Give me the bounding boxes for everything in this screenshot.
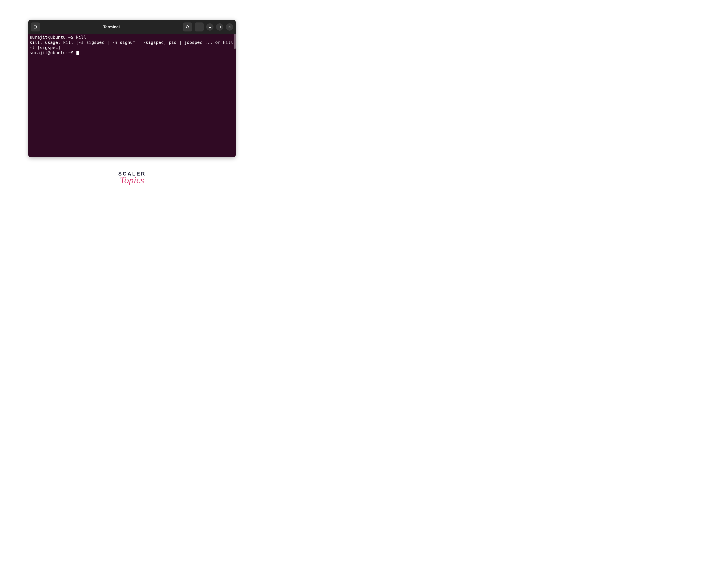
search-button[interactable] (183, 22, 192, 31)
close-icon (228, 25, 231, 28)
svg-point-3 (186, 25, 189, 28)
hamburger-menu-icon (197, 25, 201, 29)
terminal-line: surajit@ubuntu:~$ (30, 50, 234, 55)
titlebar: Terminal (28, 20, 236, 34)
search-icon (185, 25, 190, 29)
branding-logo: SCALER Topics (0, 171, 264, 185)
cursor-block (76, 51, 79, 55)
prompt-text: surajit@ubuntu:~$ (30, 35, 76, 40)
svg-line-4 (188, 28, 189, 28)
minimize-icon (208, 25, 211, 28)
prompt-text: surajit@ubuntu:~$ (30, 50, 76, 55)
maximize-icon (218, 25, 221, 28)
terminal-body[interactable]: surajit@ubuntu:~$ killkill: usage: kill … (28, 34, 236, 157)
svg-rect-9 (219, 26, 221, 28)
scrollbar-thumb[interactable] (234, 34, 236, 49)
scaler-topics-logo: SCALER Topics (118, 171, 146, 185)
svg-rect-0 (34, 26, 36, 28)
close-button[interactable] (226, 23, 233, 31)
new-tab-button[interactable] (31, 22, 40, 31)
new-tab-icon (33, 25, 37, 29)
terminal-window: Terminal (28, 20, 236, 157)
titlebar-right-group (183, 22, 233, 31)
logo-topics-text: Topics (120, 176, 144, 185)
terminal-line: surajit@ubuntu:~$ kill (30, 35, 234, 40)
menu-button[interactable] (195, 22, 204, 31)
titlebar-left-group (31, 22, 40, 31)
terminal-line: kill: usage: kill [-s sigspec | -n signu… (30, 40, 234, 50)
maximize-button[interactable] (216, 23, 223, 31)
window-title: Terminal (42, 25, 181, 29)
minimize-button[interactable] (206, 23, 213, 31)
command-text: kill (76, 35, 86, 40)
